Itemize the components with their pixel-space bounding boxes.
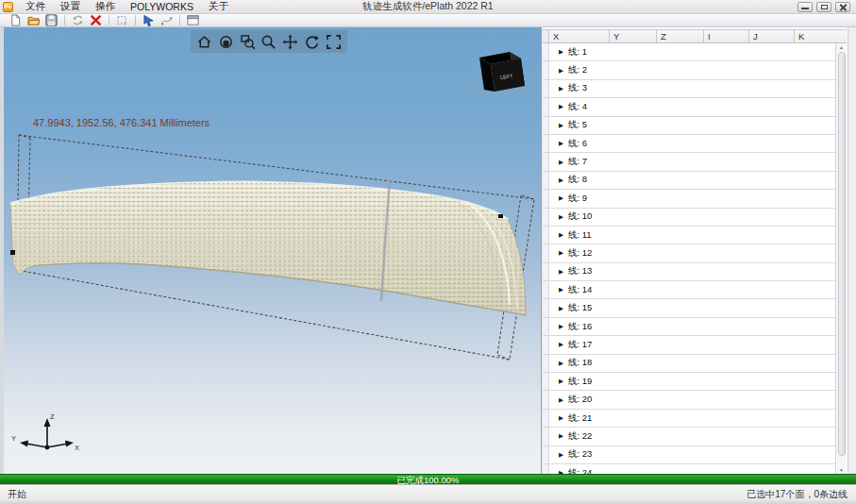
table-row[interactable]: ▶ 线: 14 <box>543 281 835 299</box>
expand-arrow-icon[interactable]: ▶ <box>559 286 568 294</box>
table-row[interactable]: ▶ 线: 20 <box>543 391 835 409</box>
vertex-marker-right[interactable] <box>498 214 503 218</box>
pointer-button[interactable] <box>142 14 156 26</box>
save-button[interactable] <box>44 14 59 26</box>
table-row[interactable]: ▶ 线: 5 <box>543 117 835 135</box>
viewport-3d[interactable]: LEFT Z X Y <box>0 27 542 474</box>
column-header-i[interactable]: I <box>704 30 749 42</box>
table-row[interactable]: ▶ 线: 1 <box>543 43 835 61</box>
axis-y-label: Y <box>11 434 16 443</box>
table-row[interactable]: ▶ 线: 6 <box>543 135 835 153</box>
minimize-button[interactable] <box>797 2 813 12</box>
expand-arrow-icon[interactable]: ▶ <box>559 48 568 56</box>
scroll-up-icon[interactable]: ▲ <box>836 44 847 50</box>
table-row[interactable]: ▶ 线: 23 <box>543 446 835 464</box>
delete-button[interactable] <box>89 14 103 26</box>
vertex-marker-left[interactable] <box>10 250 15 255</box>
table-row[interactable]: ▶ 线: 8 <box>543 172 835 190</box>
table-header: X Y Z I J K <box>543 29 847 43</box>
column-header-x[interactable]: X <box>549 30 610 42</box>
home-view-button[interactable] <box>194 32 213 51</box>
expand-arrow-icon[interactable]: ▶ <box>559 231 568 239</box>
pan-icon <box>282 34 298 50</box>
status-left-text: 开始 <box>8 488 26 501</box>
menu-polyworks[interactable]: POLYWORKS <box>123 0 201 14</box>
table-row[interactable]: ▶ 线: 9 <box>543 190 835 208</box>
expand-arrow-icon[interactable]: ▶ <box>559 67 568 75</box>
table-row[interactable]: ▶ 线: 16 <box>543 318 835 336</box>
expand-arrow-icon[interactable]: ▶ <box>559 176 568 184</box>
expand-arrow-icon[interactable]: ▶ <box>559 122 568 129</box>
menu-file[interactable]: 文件 <box>18 0 53 14</box>
table-row[interactable]: ▶ 线: 10 <box>543 209 835 227</box>
axis-z-label: Z <box>50 412 55 421</box>
scroll-down-icon[interactable]: ▼ <box>836 467 847 473</box>
rotate-view-button[interactable] <box>303 32 322 51</box>
window-layout-button[interactable] <box>186 14 200 26</box>
open-folder-button[interactable] <box>26 14 41 26</box>
menu-about[interactable]: 关于 <box>201 0 236 14</box>
expand-arrow-icon[interactable]: ▶ <box>559 268 568 276</box>
fit-view-button[interactable] <box>324 32 343 51</box>
expand-arrow-icon[interactable]: ▶ <box>559 341 568 348</box>
expand-arrow-icon[interactable]: ▶ <box>559 360 568 367</box>
table-row[interactable]: ▶ 线: 21 <box>543 410 835 428</box>
table-row[interactable]: ▶ 线: 18 <box>543 355 835 373</box>
row-gutter <box>543 209 549 226</box>
refresh-button[interactable] <box>71 14 85 26</box>
expand-arrow-icon[interactable]: ▶ <box>559 414 568 422</box>
table-row[interactable]: ▶ 线: 24 <box>543 464 835 474</box>
window-layout-icon <box>187 14 199 26</box>
table-row[interactable]: ▶ 线: 7 <box>543 153 835 171</box>
table-row[interactable]: ▶ 线: 22 <box>543 428 835 445</box>
expand-arrow-icon[interactable]: ▶ <box>559 140 568 147</box>
app-icon: Pe <box>3 2 13 12</box>
menu-operation[interactable]: 操作 <box>88 0 123 14</box>
vertical-scrollbar[interactable]: ▲ ▼ <box>835 43 847 474</box>
close-button[interactable] <box>835 2 850 12</box>
zoom-button[interactable] <box>260 32 278 51</box>
expand-arrow-icon[interactable]: ▶ <box>559 323 568 330</box>
table-row[interactable]: ▶ 线: 17 <box>543 336 835 354</box>
column-header-y[interactable]: Y <box>610 30 657 42</box>
curve-button[interactable] <box>159 14 174 26</box>
row-gutter <box>543 61 549 78</box>
restore-button[interactable] <box>816 2 831 12</box>
row-gutter <box>543 446 549 463</box>
expand-arrow-icon[interactable]: ▶ <box>559 85 568 92</box>
new-file-button[interactable] <box>8 14 23 26</box>
expand-arrow-icon[interactable]: ▶ <box>559 159 568 166</box>
expand-arrow-icon[interactable]: ▶ <box>559 451 568 459</box>
expand-arrow-icon[interactable]: ▶ <box>559 103 568 110</box>
expand-arrow-icon[interactable]: ▶ <box>559 249 568 257</box>
expand-arrow-icon[interactable]: ▶ <box>559 432 568 440</box>
row-label: 线: 10 <box>568 210 592 223</box>
view-cube[interactable]: LEFT <box>463 52 533 94</box>
table-row[interactable]: ▶ 线: 13 <box>543 263 835 281</box>
table-row[interactable]: ▶ 线: 15 <box>543 299 835 317</box>
table-row[interactable]: ▶ 线: 11 <box>543 227 835 244</box>
column-header-z[interactable]: Z <box>657 30 704 42</box>
expand-arrow-icon[interactable]: ▶ <box>559 396 568 404</box>
zoom-window-button[interactable] <box>238 32 257 51</box>
menu-settings[interactable]: 设置 <box>53 0 88 14</box>
axis-triad: Z X Y <box>11 412 79 452</box>
table-row[interactable]: ▶ 线: 19 <box>543 373 835 391</box>
row-gutter <box>543 373 549 390</box>
expand-arrow-icon[interactable]: ▶ <box>559 213 568 221</box>
scrollbar-thumb[interactable] <box>838 52 846 456</box>
expand-arrow-icon[interactable]: ▶ <box>559 305 568 312</box>
expand-arrow-icon[interactable]: ▶ <box>559 378 568 385</box>
column-header-j[interactable]: J <box>749 30 795 42</box>
select-region-button[interactable] <box>115 14 129 26</box>
table-row[interactable]: ▶ 线: 2 <box>543 61 835 79</box>
orbit-view-button[interactable] <box>216 32 235 51</box>
table-row[interactable]: ▶ 线: 12 <box>543 244 835 262</box>
expand-arrow-icon[interactable]: ▶ <box>559 194 568 202</box>
table-row[interactable]: ▶ 线: 3 <box>543 80 835 98</box>
pan-button[interactable] <box>281 32 300 51</box>
column-header-k[interactable]: K <box>795 30 847 42</box>
row-label: 线: 22 <box>568 430 592 443</box>
table-row[interactable]: ▶ 线: 4 <box>543 98 835 116</box>
row-gutter <box>543 172 549 189</box>
